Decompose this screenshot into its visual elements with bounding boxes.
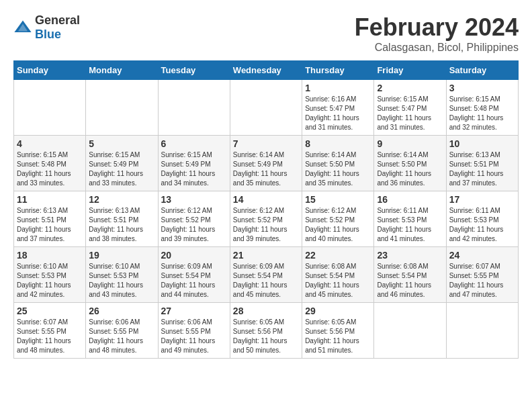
day-detail: Sunrise: 6:16 AM Sunset: 5:47 PM Dayligh… <box>305 95 371 132</box>
calendar-cell: 8Sunrise: 6:14 AM Sunset: 5:50 PM Daylig… <box>302 136 374 191</box>
calendar-cell: 16Sunrise: 6:11 AM Sunset: 5:53 PM Dayli… <box>374 191 446 247</box>
calendar-cell <box>446 303 518 359</box>
day-detail: Sunrise: 6:08 AM Sunset: 5:54 PM Dayligh… <box>377 262 443 300</box>
header: General Blue February 2024 Calasgasan, B… <box>13 13 519 54</box>
logo-text-blue: Blue <box>35 28 61 41</box>
calendar-cell: 26Sunrise: 6:06 AM Sunset: 5:55 PM Dayli… <box>86 303 158 359</box>
title-area: February 2024 Calasgasan, Bicol, Philipp… <box>355 13 519 54</box>
day-detail: Sunrise: 6:09 AM Sunset: 5:54 PM Dayligh… <box>233 262 299 300</box>
weekday-header-cell: Tuesday <box>158 61 230 80</box>
calendar-cell: 10Sunrise: 6:13 AM Sunset: 5:51 PM Dayli… <box>446 136 518 191</box>
day-number: 21 <box>233 250 299 261</box>
calendar-body: 1Sunrise: 6:16 AM Sunset: 5:47 PM Daylig… <box>14 80 519 359</box>
day-number: 9 <box>377 138 443 149</box>
calendar-cell: 21Sunrise: 6:09 AM Sunset: 5:54 PM Dayli… <box>230 247 302 303</box>
day-detail: Sunrise: 6:13 AM Sunset: 5:51 PM Dayligh… <box>89 206 154 244</box>
day-number: 23 <box>377 250 443 261</box>
calendar-cell: 15Sunrise: 6:12 AM Sunset: 5:52 PM Dayli… <box>302 191 374 247</box>
day-number: 10 <box>449 138 515 149</box>
calendar-cell: 20Sunrise: 6:09 AM Sunset: 5:54 PM Dayli… <box>158 247 230 303</box>
day-detail: Sunrise: 6:09 AM Sunset: 5:54 PM Dayligh… <box>161 262 227 300</box>
calendar-cell: 24Sunrise: 6:07 AM Sunset: 5:55 PM Dayli… <box>446 247 518 303</box>
calendar-cell: 12Sunrise: 6:13 AM Sunset: 5:51 PM Dayli… <box>86 191 158 247</box>
day-number: 2 <box>377 83 443 93</box>
calendar-table: SundayMondayTuesdayWednesdayThursdayFrid… <box>13 60 519 359</box>
calendar-cell: 28Sunrise: 6:05 AM Sunset: 5:56 PM Dayli… <box>230 303 302 359</box>
day-number: 8 <box>305 138 371 149</box>
day-detail: Sunrise: 6:15 AM Sunset: 5:48 PM Dayligh… <box>17 150 83 188</box>
weekday-header-cell: Friday <box>374 61 446 80</box>
day-number: 29 <box>305 306 371 316</box>
calendar-cell: 13Sunrise: 6:12 AM Sunset: 5:52 PM Dayli… <box>158 191 230 247</box>
day-detail: Sunrise: 6:14 AM Sunset: 5:49 PM Dayligh… <box>233 150 299 188</box>
calendar-week-row: 4Sunrise: 6:15 AM Sunset: 5:48 PM Daylig… <box>14 136 519 191</box>
weekday-header-cell: Monday <box>86 61 158 80</box>
day-detail: Sunrise: 6:10 AM Sunset: 5:53 PM Dayligh… <box>17 262 83 300</box>
calendar-cell: 27Sunrise: 6:06 AM Sunset: 5:55 PM Dayli… <box>158 303 230 359</box>
day-number: 6 <box>161 138 227 149</box>
day-number: 28 <box>233 306 299 316</box>
day-number: 17 <box>449 194 515 205</box>
calendar-cell <box>374 303 446 359</box>
calendar-cell: 5Sunrise: 6:15 AM Sunset: 5:49 PM Daylig… <box>86 136 158 191</box>
day-number: 24 <box>449 250 515 261</box>
calendar-cell <box>14 80 86 136</box>
calendar-cell: 29Sunrise: 6:05 AM Sunset: 5:56 PM Dayli… <box>302 303 374 359</box>
weekday-header-cell: Sunday <box>14 61 86 80</box>
day-number: 20 <box>161 250 227 261</box>
day-detail: Sunrise: 6:05 AM Sunset: 5:56 PM Dayligh… <box>305 318 371 355</box>
calendar-cell <box>230 80 302 136</box>
calendar-header-row: SundayMondayTuesdayWednesdayThursdayFrid… <box>14 61 519 80</box>
day-detail: Sunrise: 6:12 AM Sunset: 5:52 PM Dayligh… <box>233 206 299 244</box>
day-number: 22 <box>305 250 371 261</box>
day-detail: Sunrise: 6:07 AM Sunset: 5:55 PM Dayligh… <box>17 318 83 355</box>
calendar-cell: 17Sunrise: 6:11 AM Sunset: 5:53 PM Dayli… <box>446 191 518 247</box>
day-detail: Sunrise: 6:14 AM Sunset: 5:50 PM Dayligh… <box>305 150 371 188</box>
day-detail: Sunrise: 6:15 AM Sunset: 5:48 PM Dayligh… <box>449 95 515 132</box>
day-number: 26 <box>89 306 154 316</box>
calendar-cell <box>86 80 158 136</box>
day-detail: Sunrise: 6:15 AM Sunset: 5:49 PM Dayligh… <box>89 150 154 188</box>
day-detail: Sunrise: 6:11 AM Sunset: 5:53 PM Dayligh… <box>377 206 443 244</box>
day-number: 19 <box>89 250 154 261</box>
day-number: 18 <box>17 250 83 261</box>
weekday-header-cell: Thursday <box>302 61 374 80</box>
calendar-cell: 3Sunrise: 6:15 AM Sunset: 5:48 PM Daylig… <box>446 80 518 136</box>
day-detail: Sunrise: 6:08 AM Sunset: 5:54 PM Dayligh… <box>305 262 371 300</box>
calendar-cell: 18Sunrise: 6:10 AM Sunset: 5:53 PM Dayli… <box>14 247 86 303</box>
calendar-cell: 11Sunrise: 6:13 AM Sunset: 5:51 PM Dayli… <box>14 191 86 247</box>
calendar-cell: 14Sunrise: 6:12 AM Sunset: 5:52 PM Dayli… <box>230 191 302 247</box>
weekday-header-cell: Wednesday <box>230 61 302 80</box>
day-number: 27 <box>161 306 227 316</box>
day-number: 5 <box>89 138 154 149</box>
day-detail: Sunrise: 6:10 AM Sunset: 5:53 PM Dayligh… <box>89 262 154 300</box>
day-detail: Sunrise: 6:15 AM Sunset: 5:49 PM Dayligh… <box>161 150 227 188</box>
day-detail: Sunrise: 6:06 AM Sunset: 5:55 PM Dayligh… <box>161 318 227 355</box>
day-detail: Sunrise: 6:07 AM Sunset: 5:55 PM Dayligh… <box>449 262 515 300</box>
day-detail: Sunrise: 6:13 AM Sunset: 5:51 PM Dayligh… <box>17 206 83 244</box>
day-number: 14 <box>233 194 299 205</box>
day-detail: Sunrise: 6:12 AM Sunset: 5:52 PM Dayligh… <box>161 206 227 244</box>
logo-text-general: General <box>35 13 80 27</box>
day-number: 13 <box>161 194 227 205</box>
day-detail: Sunrise: 6:11 AM Sunset: 5:53 PM Dayligh… <box>449 206 515 244</box>
calendar-cell <box>158 80 230 136</box>
calendar-cell: 22Sunrise: 6:08 AM Sunset: 5:54 PM Dayli… <box>302 247 374 303</box>
day-detail: Sunrise: 6:05 AM Sunset: 5:56 PM Dayligh… <box>233 318 299 355</box>
main-title: February 2024 <box>355 13 519 42</box>
calendar-cell: 7Sunrise: 6:14 AM Sunset: 5:49 PM Daylig… <box>230 136 302 191</box>
calendar-week-row: 11Sunrise: 6:13 AM Sunset: 5:51 PM Dayli… <box>14 191 519 247</box>
day-detail: Sunrise: 6:06 AM Sunset: 5:55 PM Dayligh… <box>89 318 154 355</box>
calendar-cell: 9Sunrise: 6:14 AM Sunset: 5:50 PM Daylig… <box>374 136 446 191</box>
day-number: 15 <box>305 194 371 205</box>
calendar-cell: 1Sunrise: 6:16 AM Sunset: 5:47 PM Daylig… <box>302 80 374 136</box>
calendar-week-row: 18Sunrise: 6:10 AM Sunset: 5:53 PM Dayli… <box>14 247 519 303</box>
calendar-cell: 4Sunrise: 6:15 AM Sunset: 5:48 PM Daylig… <box>14 136 86 191</box>
day-number: 7 <box>233 138 299 149</box>
day-detail: Sunrise: 6:13 AM Sunset: 5:51 PM Dayligh… <box>449 150 515 188</box>
sub-title: Calasgasan, Bicol, Philippines <box>355 42 519 54</box>
calendar-cell: 6Sunrise: 6:15 AM Sunset: 5:49 PM Daylig… <box>158 136 230 191</box>
day-detail: Sunrise: 6:12 AM Sunset: 5:52 PM Dayligh… <box>305 206 371 244</box>
calendar-cell: 23Sunrise: 6:08 AM Sunset: 5:54 PM Dayli… <box>374 247 446 303</box>
day-number: 4 <box>17 138 83 149</box>
